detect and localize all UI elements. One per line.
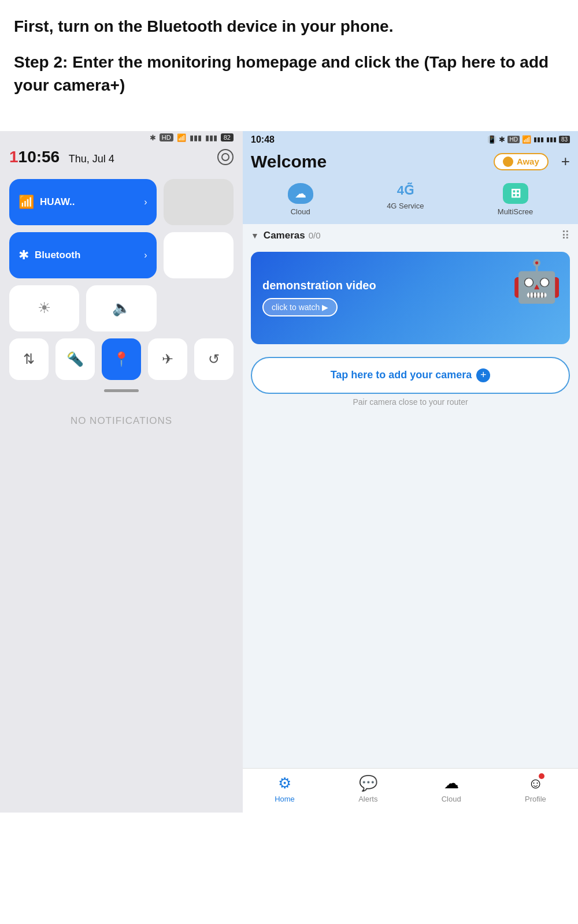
cameras-header: ▼ Cameras 0/0 ⠿ — [243, 224, 578, 247]
4g-icon: 4G̃ — [397, 183, 414, 198]
bluetooth-tile-icon: ✱ — [18, 248, 29, 263]
left-status-icons — [217, 149, 234, 165]
multi-icon: ⊞ — [503, 183, 528, 204]
settings-icon — [217, 149, 234, 165]
add-camera-button[interactable]: Tap here to add your camera + — [251, 357, 570, 394]
alerts-nav-label: Alerts — [358, 795, 377, 803]
hd-badge-right: HD — [507, 136, 519, 143]
instruction-line2: Step 2: Enter the monitoring homepage an… — [14, 51, 564, 96]
away-badge[interactable]: Away — [494, 153, 549, 170]
hd-badge: HD — [160, 133, 173, 141]
alerts-nav-icon: 💬 — [359, 774, 377, 792]
flashlight-icon: 🔦 — [66, 351, 84, 367]
away-label: Away — [517, 157, 539, 166]
cloud-label: Cloud — [291, 207, 310, 216]
bt-icon: ✱ — [150, 133, 156, 142]
cameras-title: Cameras — [264, 230, 305, 241]
brightness-icon: ☀ — [38, 299, 51, 317]
phones-row: ✱ HD 📶 ▮▮▮ ▮▮▮ 82 110:56 Thu, Jul 4 📶 HU… — [0, 131, 578, 813]
wifi-icon-right: 📶 — [522, 135, 531, 144]
wifi-tile-arrow: › — [144, 197, 147, 207]
cloud-nav-icon: ☁ — [444, 774, 459, 792]
wifi-tile[interactable]: 📶 HUAW.. › — [9, 179, 157, 225]
wifi-tile-icon: 📶 — [18, 195, 34, 210]
home-nav-label: Home — [275, 795, 295, 803]
signal2-right: ▮▮▮ — [546, 136, 557, 143]
nav-cloud[interactable]: ☁ Cloud — [442, 774, 461, 803]
app-header: Welcome Away + — [243, 148, 578, 178]
service-multi[interactable]: ⊞ MultiScree — [498, 183, 533, 216]
control-grid: 📶 HUAW.. › ✱ Bluetooth › — [0, 172, 243, 285]
cameras-count: 0/0 — [309, 230, 321, 240]
right-status-bar: 10:48 📳 ✱ HD 📶 ▮▮▮ ▮▮▮ 83 — [243, 131, 578, 148]
left-time-bar: 110:56 Thu, Jul 4 — [0, 142, 243, 172]
left-clock: 110:56 Thu, Jul 4 — [9, 148, 114, 166]
left-status-bar-icons: ✱ HD 📶 ▮▮▮ ▮▮▮ 82 — [0, 131, 243, 142]
right-clock: 10:48 — [251, 135, 275, 145]
rotate-tile[interactable]: ↺ — [194, 338, 234, 380]
nav-alerts[interactable]: 💬 Alerts — [358, 774, 377, 803]
multi-label: MultiScree — [498, 207, 533, 216]
demo-title: demonstration video — [262, 279, 376, 292]
4g-label: 4G Service — [387, 202, 424, 210]
airplane-tile[interactable]: ✈ — [148, 338, 187, 380]
home-nav-icon: ⚙ — [278, 774, 291, 792]
service-cloud[interactable]: ☁ Cloud — [288, 183, 313, 216]
add-button[interactable]: + — [561, 152, 570, 170]
cloud-icon: ☁ — [288, 183, 313, 204]
left-phone: ✱ HD 📶 ▮▮▮ ▮▮▮ 82 110:56 Thu, Jul 4 📶 HU… — [0, 131, 243, 813]
brightness-tile[interactable]: ☀ — [9, 285, 79, 331]
volume-tile[interactable]: 🔈 — [86, 285, 156, 331]
time-red-digit: 1 — [9, 148, 18, 166]
vib-icon: 📳 — [487, 135, 497, 144]
cameras-grid-icon[interactable]: ⠿ — [561, 229, 570, 243]
signal-bars-2: ▮▮▮ — [205, 133, 217, 142]
control-row3: ⇅ 🔦 📍 ✈ ↺ — [0, 338, 243, 380]
location-tile[interactable]: 📍 — [102, 338, 141, 380]
battery-icon: 82 — [221, 133, 234, 141]
volume-icon: 🔈 — [112, 299, 131, 317]
demo-robot-graphic: 🤖 — [512, 258, 562, 305]
signal-bars-1: ▮▮▮ — [190, 133, 202, 142]
wifi-icon: 📶 — [177, 133, 186, 142]
scroll-indicator — [0, 389, 243, 392]
profile-badge — [539, 773, 544, 779]
instructions-section: First, turn on the Bluetooth device in y… — [0, 0, 578, 96]
location-icon: 📍 — [113, 351, 130, 367]
bluetooth-tile[interactable]: ✱ Bluetooth › — [9, 232, 157, 278]
empty-tile-2 — [164, 232, 234, 278]
pair-hint: Pair camera close to your router — [243, 397, 578, 407]
battery-right: 83 — [559, 136, 570, 143]
sort-tile[interactable]: ⇅ — [9, 338, 49, 380]
right-status-icons: 📳 ✱ HD 📶 ▮▮▮ ▮▮▮ 83 — [487, 135, 570, 144]
flashlight-tile[interactable]: 🔦 — [55, 338, 95, 380]
add-camera-text: Tap here to add your camera — [331, 369, 472, 381]
demo-content: demonstration video click to watch ▶ — [262, 279, 376, 316]
empty-tile-1 — [164, 179, 234, 225]
add-camera-plus-icon: + — [476, 368, 490, 382]
spacer — [164, 285, 234, 331]
no-notifications-text: NO NOTIFICATIONS — [0, 415, 243, 427]
header-actions: Away + — [494, 152, 570, 170]
nav-home[interactable]: ⚙ Home — [275, 774, 295, 803]
right-phone: 10:48 📳 ✱ HD 📶 ▮▮▮ ▮▮▮ 83 Welcome Away + — [243, 131, 578, 813]
signal1-right: ▮▮▮ — [533, 136, 544, 143]
profile-icon-wrapper: ☺ — [528, 774, 543, 792]
nav-profile[interactable]: ☺ Profile — [525, 774, 546, 803]
control-row2: ☀ 🔈 — [0, 285, 243, 331]
rotate-icon: ↺ — [208, 351, 220, 367]
app-title: Welcome — [251, 152, 327, 172]
scroll-bar — [104, 389, 139, 392]
demo-watch-btn[interactable]: click to watch ▶ — [262, 298, 338, 316]
service-row: ☁ Cloud 4G̃ 4G Service ⊞ MultiScree — [243, 178, 578, 224]
bluetooth-tile-arrow: › — [144, 250, 147, 260]
service-4g[interactable]: 4G̃ 4G Service — [387, 183, 424, 216]
bt-icon-right: ✱ — [499, 135, 505, 144]
sort-icon: ⇅ — [23, 351, 35, 367]
demo-banner[interactable]: demonstration video click to watch ▶ 🤖 — [251, 252, 570, 344]
bluetooth-tile-label: Bluetooth — [35, 249, 80, 261]
cameras-expand-icon[interactable]: ▼ — [251, 231, 259, 240]
instruction-line1: First, turn on the Bluetooth device in y… — [14, 16, 564, 37]
profile-nav-label: Profile — [525, 795, 546, 803]
bottom-nav: ⚙ Home 💬 Alerts ☁ Cloud ☺ Profile — [243, 768, 578, 813]
